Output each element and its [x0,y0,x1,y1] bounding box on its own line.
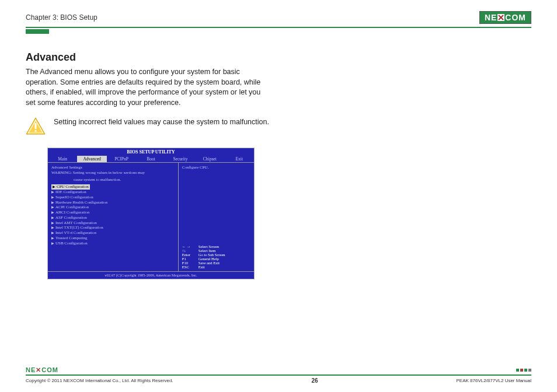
triangle-icon: ▶ [51,195,54,199]
logo-x-icon [497,14,504,21]
warning-icon [26,117,46,137]
bios-item-asf: ▶ASF Configuration [51,215,175,220]
footer-rule [26,374,531,376]
footer-manual: PEAK 876VL2/877VL2 User Manual [456,378,531,383]
footer-sub-row: Copyright © 2011 NEXCOM International Co… [26,377,531,384]
page-footer: NE✕COM Copyright © 2011 NEXCOM Internati… [26,365,531,384]
header-rule-tab [26,29,49,34]
bios-key-row: EnterGo to Sub Screen [182,253,250,257]
bios-item-cpu: ▶CPU Configuration [51,184,90,190]
bios-item-acpi: ▶ACPI Configuration [51,205,175,210]
bios-left-pane: Advanced Settings WARNING: Setting wrong… [48,163,179,271]
bios-key-row: ↑↓Select Item [182,249,250,253]
bios-title: BIOS SETUP UTILITY [48,148,254,156]
bios-tab-pcipnp: PCIPnP [107,156,136,162]
bios-tab-security: Security [166,156,195,162]
triangle-icon: ▶ [51,216,54,219]
bios-screenshot: BIOS SETUP UTILITY Main Advanced PCIPnP … [47,148,255,279]
bios-item-hardware: ▶Hardware Health Configuration [51,200,175,205]
bios-key-row: F1General Help [182,257,250,261]
bios-help-text: Configure CPU. [182,165,250,170]
triangle-icon: ▶ [51,201,54,204]
footer-copyright: Copyright © 2011 NEXCOM International Co… [26,378,173,383]
bios-keys-help: ← →Select Screen ↑↓Select Item EnterGo t… [182,244,250,269]
section-body: The Advanced menu allows you to configur… [26,67,271,108]
footer-blocks-icon [516,369,531,372]
chapter-title: Chapter 3: BIOS Setup [26,13,98,22]
bios-item-trusted: ▶Trusted Computing [51,236,175,241]
triangle-icon: ▶ [51,211,54,214]
footer-logo: NE✕COM [26,366,58,374]
triangle-icon: ▶ [51,226,54,229]
footer-logo-row: NE✕COM [26,366,531,374]
warning-block: Setting incorrect field values may cause… [26,117,271,137]
content-column: Advanced The Advanced menu allows you to… [26,51,271,108]
bios-item-superio: ▶SuperIO Configuration [51,195,175,200]
triangle-icon: ▶ [51,221,54,225]
bios-item-ide: ▶IDE Configuration [51,190,175,195]
document-page: Chapter 3: BIOS Setup NE COM Advanced Th… [0,0,557,392]
bios-body: Advanced Settings WARNING: Setting wrong… [48,162,254,272]
triangle-icon: ▶ [51,242,54,245]
nexcom-logo: NE COM [479,11,531,24]
logo-text-left: NE [485,13,497,22]
bios-footer: v02.67 (C)Copyright 1985-2009, American … [48,272,254,279]
warning-text: Setting incorrect field values may cause… [54,117,269,128]
header-rule [26,27,531,29]
bios-tab-advanced: Advanced [77,156,106,162]
section-title: Advanced [26,51,271,64]
bios-item-vtd: ▶Intel VT-d Configuration [51,230,175,236]
triangle-icon: ▶ [51,231,54,235]
triangle-icon: ▶ [51,190,54,194]
page-header: Chapter 3: BIOS Setup NE COM [26,10,531,24]
bios-warning-l2: cause system to malfunction. [51,178,175,183]
bios-right-pane: Configure CPU. ← →Select Screen ↑↓Select… [179,163,254,271]
bios-tab-main: Main [48,156,77,162]
bios-tabs: Main Advanced PCIPnP Boot Security Chips… [48,156,254,162]
bios-item-amt: ▶Intel AMT Configuration [51,220,175,226]
bios-key-row: ← →Select Screen [182,244,250,249]
bios-key-row: F10Save and Exit [182,261,250,265]
bios-tab-chipset: Chipset [195,156,224,162]
svg-rect-4 [35,130,37,132]
triangle-icon: ▶ [51,236,54,240]
bios-tab-boot: Boot [136,156,165,162]
bios-item-ahci: ▶AHCI Configuration [51,210,175,215]
bios-item-usb: ▶USB Configuration [51,241,175,246]
triangle-icon: ▶ [51,205,54,209]
triangle-icon: ▶ [53,185,55,188]
bios-warning-l1: WARNING: Setting wrong values in below s… [51,171,175,176]
bios-key-row: ESCExit [182,265,250,269]
bios-item-txt: ▶Intel TXT(LT) Configuration [51,225,175,230]
svg-rect-3 [35,123,37,129]
footer-x-icon: ✕ [36,366,41,373]
bios-settings-label: Advanced Settings [51,165,175,170]
page-number: 26 [312,377,318,384]
logo-text-right: COM [505,13,526,22]
bios-tab-exit: Exit [225,156,254,162]
